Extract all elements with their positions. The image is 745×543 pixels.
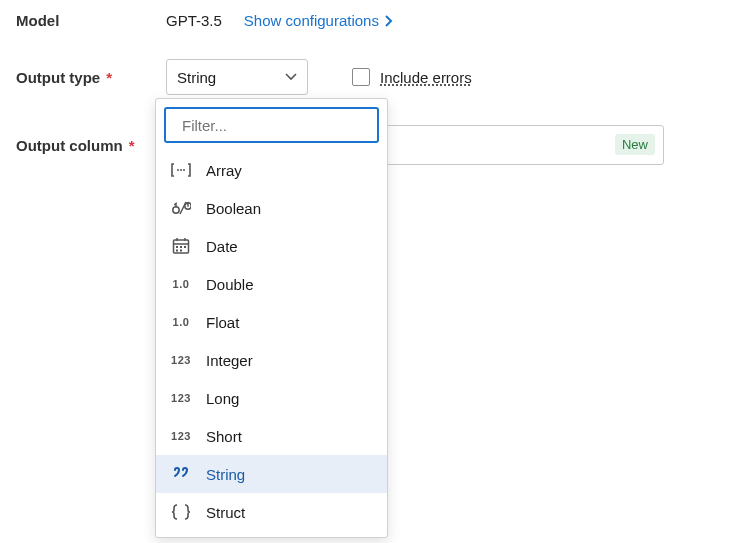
- option-float[interactable]: 1.0Float: [156, 303, 387, 341]
- checkbox-box: [352, 68, 370, 86]
- option-label: Boolean: [206, 200, 261, 217]
- boolean-icon: [170, 201, 192, 215]
- option-label: Struct: [206, 504, 245, 521]
- output-column-label: Output column *: [16, 137, 166, 154]
- output-type-select[interactable]: String: [166, 59, 308, 95]
- option-label: Double: [206, 276, 254, 293]
- svg-rect-12: [176, 246, 178, 248]
- option-integer[interactable]: 123Integer: [156, 341, 387, 379]
- option-label: Integer: [206, 352, 253, 369]
- num123-icon: 123: [170, 430, 192, 442]
- output-type-row: Output type * String Include errors: [16, 59, 729, 95]
- option-short[interactable]: 123Short: [156, 417, 387, 455]
- svg-rect-13: [180, 246, 182, 248]
- required-marker: *: [102, 69, 112, 86]
- output-type-value: String Include errors: [166, 59, 472, 95]
- num10-icon: 1.0: [170, 278, 192, 290]
- option-date[interactable]: Date: [156, 227, 387, 265]
- string-icon: [170, 467, 192, 481]
- option-long[interactable]: 123Long: [156, 379, 387, 417]
- num123-icon: 123: [170, 392, 192, 404]
- svg-rect-14: [184, 246, 186, 248]
- array-icon: [170, 163, 192, 177]
- svg-point-2: [177, 169, 179, 171]
- model-value: GPT-3.5 Show configurations: [166, 12, 393, 29]
- option-label: Date: [206, 238, 238, 255]
- required-marker: *: [125, 137, 135, 154]
- include-errors-label: Include errors: [380, 69, 472, 86]
- num10-icon: 1.0: [170, 316, 192, 328]
- date-icon: [170, 237, 192, 255]
- option-struct[interactable]: Struct: [156, 493, 387, 531]
- option-boolean[interactable]: Boolean: [156, 189, 387, 227]
- option-array[interactable]: Array: [156, 151, 387, 189]
- option-label: Long: [206, 390, 239, 407]
- model-name: GPT-3.5: [166, 12, 222, 29]
- filter-input[interactable]: [182, 117, 372, 134]
- svg-point-3: [180, 169, 182, 171]
- svg-point-4: [183, 169, 185, 171]
- show-configurations-label: Show configurations: [244, 12, 379, 29]
- svg-rect-15: [176, 250, 178, 252]
- new-badge: New: [615, 134, 655, 155]
- option-label: Float: [206, 314, 239, 331]
- svg-rect-16: [180, 250, 182, 252]
- option-label: Array: [206, 162, 242, 179]
- type-dropdown: ArrayBooleanDate1.0Double1.0Float123Inte…: [155, 98, 388, 538]
- caret-right-icon: [385, 15, 393, 27]
- show-configurations-link[interactable]: Show configurations: [244, 12, 393, 29]
- option-string[interactable]: String: [156, 455, 387, 493]
- include-errors-checkbox[interactable]: Include errors: [352, 68, 472, 86]
- options-list: ArrayBooleanDate1.0Double1.0Float123Inte…: [156, 151, 387, 537]
- output-type-label: Output type *: [16, 69, 166, 86]
- option-double[interactable]: 1.0Double: [156, 265, 387, 303]
- chevron-down-icon: [285, 73, 297, 81]
- num123-icon: 123: [170, 354, 192, 366]
- svg-point-5: [173, 207, 179, 213]
- output-type-selected: String: [177, 69, 216, 86]
- struct-icon: [170, 504, 192, 520]
- option-label: String: [206, 466, 245, 483]
- model-label: Model: [16, 12, 166, 29]
- filter-row[interactable]: [164, 107, 379, 143]
- option-label: Short: [206, 428, 242, 445]
- model-row: Model GPT-3.5 Show configurations: [16, 12, 729, 29]
